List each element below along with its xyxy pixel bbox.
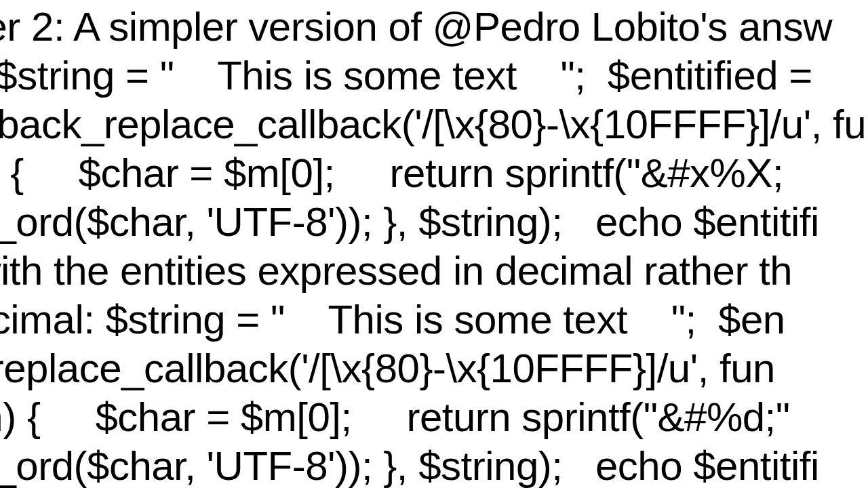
code-line-6: with the entities expressed in decimal r… bbox=[0, 247, 792, 296]
code-line-7: decimal: $string = " This is some text "… bbox=[0, 296, 785, 344]
code-line-9: $m) { $char = $m[0]; return sprintf("&#%… bbox=[0, 393, 790, 442]
code-line-4: m) { $char = $m[0]; return sprintf("&#x%… bbox=[0, 149, 783, 198]
code-line-3: preg_replace_callback_replace_callback('… bbox=[0, 100, 868, 149]
code-line-10: mb_ord_ord($char, 'UTF-8')); }, $string)… bbox=[0, 442, 819, 488]
code-line-5: mb_ord_ord($char, 'UTF-8')); }, $string)… bbox=[0, 198, 819, 247]
code-line-2: $string = " This is some text "; $entiti… bbox=[0, 52, 823, 100]
code-line-8: g_replace_callback('/[\x{80}-\x{10FFFF}]… bbox=[0, 344, 775, 393]
cropped-text-viewport: ver 2: A simpler version of @Pedro Lobit… bbox=[0, 0, 868, 488]
code-line-1: ver 2: A simpler version of @Pedro Lobit… bbox=[0, 3, 832, 52]
